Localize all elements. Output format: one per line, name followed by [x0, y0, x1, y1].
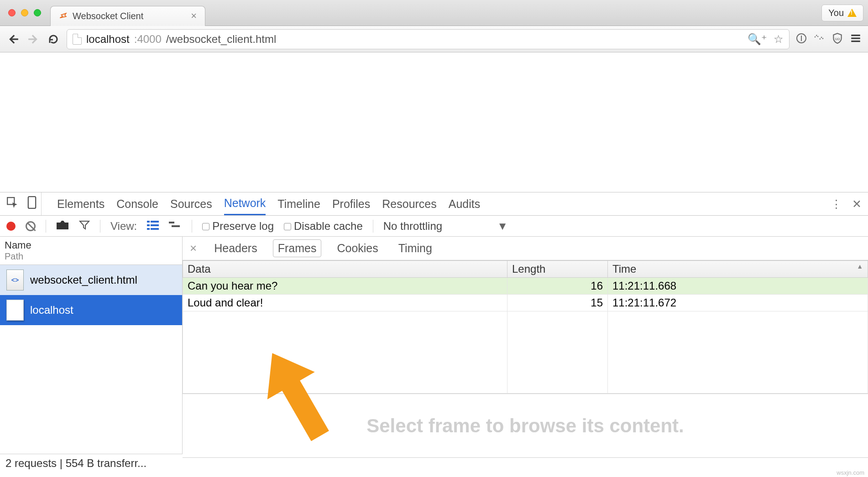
devtools-tab-bar: Elements Console Sources Network Timelin… [0, 192, 868, 216]
svg-rect-10 [57, 223, 68, 229]
tab-favicon-lightning-icon [57, 10, 70, 22]
url-port: :4000 [134, 33, 162, 46]
detail-tab-bar: × Headers Frames Cookies Timing [183, 237, 868, 260]
sort-indicator-icon: ▲ [857, 263, 863, 270]
browser-tab[interactable]: Websocket Client × [50, 6, 205, 26]
watermark: wsxjn.com [837, 469, 864, 476]
svg-rect-16 [151, 228, 159, 230]
frame-length: 16 [507, 278, 608, 295]
request-row-html[interactable]: <> websocket_client.html [0, 265, 182, 295]
header-name: Name [5, 239, 178, 251]
shield-icon[interactable]: uo [831, 32, 843, 46]
view-label: View: [110, 220, 137, 233]
col-time[interactable]: Time▲ [608, 261, 868, 278]
profile-label: You [828, 8, 844, 18]
svg-rect-17 [169, 222, 174, 223]
bookmark-star-icon[interactable]: ☆ [774, 33, 784, 46]
frames-pane: × Headers Frames Cookies Timing Data Len… [183, 237, 868, 457]
tab-title: Websocket Client [73, 11, 143, 21]
tab-audits[interactable]: Audits [449, 192, 480, 215]
frame-time: 11:21:11.672 [608, 295, 868, 311]
address-bar: localhost:4000/websocket_client.html 🔍⁺ … [0, 26, 868, 52]
extension-icon[interactable] [813, 32, 825, 46]
zoom-window-button[interactable] [34, 9, 41, 16]
tab-profiles[interactable]: Profiles [332, 192, 370, 215]
forward-button[interactable] [26, 32, 40, 46]
separator [100, 220, 100, 233]
view-waterfall-icon[interactable] [169, 220, 182, 233]
traffic-lights [8, 9, 41, 16]
inspect-element-icon[interactable] [6, 197, 18, 211]
tab-resources[interactable]: Resources [382, 192, 437, 215]
disable-cache-checkbox[interactable]: Disable cache [284, 220, 363, 233]
frame-length: 15 [507, 295, 608, 311]
devtools-kebab-icon[interactable]: ⋮ [831, 197, 842, 211]
network-toolbar: View: Preserve log Disable cache No thro… [0, 216, 868, 237]
record-button[interactable] [6, 222, 16, 231]
request-row-websocket[interactable]: localhost [0, 295, 182, 325]
frame-time: 11:21:11.668 [608, 278, 868, 295]
devtools-close-icon[interactable]: ✕ [852, 197, 862, 211]
throttling-select[interactable]: No throttling ▼ [383, 220, 508, 233]
request-list-header: Name Path [0, 237, 182, 265]
device-mode-icon[interactable] [27, 196, 37, 212]
tab-sources[interactable]: Sources [170, 192, 212, 215]
tab-console[interactable]: Console [116, 192, 158, 215]
capture-screenshot-icon[interactable] [56, 220, 69, 233]
close-window-button[interactable] [8, 9, 16, 16]
view-list-icon[interactable] [147, 220, 159, 233]
tab-close-icon[interactable]: × [191, 10, 197, 22]
tab-elements[interactable]: Elements [57, 192, 105, 215]
svg-text:uo: uo [835, 36, 840, 41]
frame-row[interactable]: Can you hear me? 16 11:21:11.668 [183, 278, 868, 295]
websocket-icon [6, 300, 24, 321]
close-detail-icon[interactable]: × [190, 241, 197, 255]
throttling-value: No throttling [383, 220, 442, 233]
request-list: Name Path <> websocket_client.html local… [0, 237, 183, 457]
zoom-icon[interactable]: 🔍⁺ [748, 33, 767, 46]
header-path: Path [5, 251, 178, 262]
document-icon: <> [6, 270, 24, 290]
tab-frames[interactable]: Frames [273, 239, 322, 257]
menu-icon[interactable] [850, 32, 862, 46]
col-length[interactable]: Length [507, 261, 608, 278]
separator [46, 220, 46, 233]
tab-timeline[interactable]: Timeline [277, 192, 320, 215]
network-status-bar: 2 requests | 554 B transferr... [0, 454, 183, 472]
network-panel: Name Path <> websocket_client.html local… [0, 237, 868, 458]
separator [192, 220, 192, 233]
tab-timing[interactable]: Timing [394, 240, 437, 257]
info-icon[interactable] [796, 33, 807, 46]
url-input[interactable]: localhost:4000/websocket_client.html 🔍⁺ … [67, 29, 790, 49]
frame-row[interactable]: Loud and clear! 15 11:21:11.672 [183, 295, 868, 311]
svg-rect-18 [172, 225, 180, 227]
request-label: localhost [30, 304, 73, 316]
warning-icon [847, 9, 857, 17]
svg-rect-14 [151, 224, 159, 226]
tab-cookies[interactable]: Cookies [332, 240, 382, 257]
clear-button[interactable] [26, 221, 36, 231]
tab-network[interactable]: Network [224, 192, 266, 215]
empty-space [183, 311, 868, 394]
profile-button[interactable]: You [821, 5, 863, 21]
col-data[interactable]: Data [183, 261, 507, 278]
url-host: localhost [86, 33, 130, 46]
back-button[interactable] [6, 32, 20, 46]
filter-icon[interactable] [79, 219, 90, 233]
request-label: websocket_client.html [30, 274, 137, 286]
frame-empty-message: Select frame to browse its content. [183, 394, 868, 457]
svg-rect-13 [147, 224, 150, 226]
frame-data: Loud and clear! [183, 295, 507, 311]
chevron-down-icon: ▼ [497, 220, 508, 233]
svg-rect-9 [28, 197, 36, 208]
minimize-window-button[interactable] [21, 9, 28, 16]
svg-rect-11 [147, 221, 150, 223]
file-icon [73, 34, 82, 45]
url-path: /websocket_client.html [166, 33, 276, 46]
window-titlebar: Websocket Client × You [0, 0, 868, 26]
frames-table: Data Length Time▲ Can you hear me? 16 11… [183, 260, 868, 394]
reload-button[interactable] [47, 32, 60, 46]
preserve-log-checkbox[interactable]: Preserve log [202, 220, 274, 233]
tab-headers[interactable]: Headers [209, 240, 262, 257]
svg-rect-12 [151, 221, 159, 223]
